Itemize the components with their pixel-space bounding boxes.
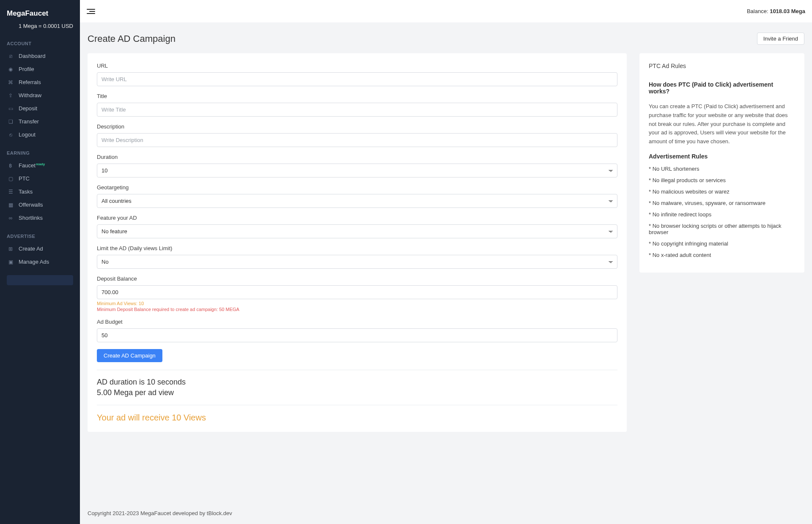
sidebar-item-logout[interactable]: ⎋ Logout: [0, 128, 80, 141]
link-icon: ∞: [8, 215, 14, 221]
page-title: Create AD Campaign: [88, 33, 176, 44]
sidebar-item-transfer[interactable]: ❏ Transfer: [0, 115, 80, 128]
rule-item: * No malicious websites or warez: [649, 188, 795, 195]
rule-item: * No x-rated adult content: [649, 252, 795, 258]
sidebar-item-label: PTC: [19, 175, 30, 182]
squares-icon: ▣: [8, 259, 14, 265]
sidebar-item-label: Profile: [19, 66, 34, 72]
sidebar-item-label: Manage Ads: [19, 259, 49, 265]
sidebar-heading-advertise: ADVERTISE: [0, 230, 80, 242]
sidebar-item-faucet[interactable]: ฿ Faucetready: [0, 159, 80, 172]
rule-item: * No copyright infringing material: [649, 240, 795, 247]
sidebar: MegaFaucet 1 Mega = 0.0001 USD ACCOUNT ⎚…: [0, 0, 80, 524]
sidebar-item-dashboard[interactable]: ⎚ Dashboard: [0, 49, 80, 63]
menu-toggle-icon[interactable]: [87, 9, 95, 14]
rules-subtitle: Advertisement Rules: [649, 153, 795, 160]
duration-label: Duration: [97, 154, 617, 160]
balance-display: Balance: 1018.03 Mega: [747, 8, 805, 14]
ad-icon: ▢: [8, 176, 14, 182]
upload-icon: ⇪: [8, 93, 14, 98]
rule-item: * No URL shorteners: [649, 166, 795, 172]
ready-badge: ready: [36, 162, 45, 166]
duration-select[interactable]: 10: [97, 164, 617, 177]
sidebar-item-label: Tasks: [19, 188, 33, 195]
budget-input[interactable]: [97, 328, 617, 342]
logout-icon: ⎋: [8, 132, 14, 138]
sidebar-item-profile[interactable]: ◉ Profile: [0, 63, 80, 76]
ptc-rules-card: PTC Ad Rules How does PTC (Paid to Click…: [639, 53, 804, 273]
rules-heading: PTC Ad Rules: [649, 63, 795, 69]
sidebar-item-create-ad[interactable]: ⊞ Create Ad: [0, 242, 80, 255]
list-icon: ☰: [8, 189, 14, 195]
grid-icon: ▦: [8, 202, 14, 208]
invite-friend-button[interactable]: Invite a Friend: [757, 33, 804, 45]
plus-square-icon: ⊞: [8, 246, 14, 252]
sidebar-item-shortlinks[interactable]: ∞ Shortlinks: [0, 211, 80, 224]
feature-select[interactable]: No feature: [97, 224, 617, 238]
sidebar-placeholder-box: [7, 275, 73, 285]
description-label: Description: [97, 123, 617, 130]
sidebar-item-ptc[interactable]: ▢ PTC: [0, 172, 80, 185]
description-input[interactable]: [97, 133, 617, 147]
feature-label: Feature your AD: [97, 215, 617, 221]
hint-min-deposit: Minimum Deposit Balance required to crea…: [97, 307, 617, 312]
limit-select[interactable]: No: [97, 255, 617, 269]
sidebar-item-offerwalls[interactable]: ▦ Offerwalls: [0, 198, 80, 211]
sliders-icon: ⎚: [8, 53, 14, 59]
sidebar-item-label: Deposit: [19, 105, 37, 112]
exchange-rate: 1 Mega = 0.0001 USD: [0, 21, 80, 38]
sitemap-icon: ⌘: [8, 79, 14, 85]
sidebar-item-label: Logout: [19, 131, 36, 138]
summary-duration: AD duration is 10 seconds: [97, 378, 617, 387]
sidebar-item-deposit[interactable]: ▭ Deposit: [0, 102, 80, 115]
sidebar-item-withdraw[interactable]: ⇪ Withdraw: [0, 89, 80, 102]
deposit-label: Deposit Balance: [97, 276, 617, 282]
sidebar-item-label: Create Ad: [19, 246, 43, 252]
limit-label: Limit the AD (Daily views Limit): [97, 245, 617, 251]
deposit-input[interactable]: [97, 285, 617, 299]
summary-views: Your ad will receive 10 Views: [97, 413, 617, 423]
main: Balance: 1018.03 Mega Create AD Campaign…: [80, 0, 812, 524]
title-input[interactable]: [97, 103, 617, 117]
rule-item: * No infinite redirect loops: [649, 211, 795, 218]
sidebar-item-label: Faucetready: [19, 162, 45, 169]
sidebar-item-label: Withdraw: [19, 92, 41, 98]
create-ad-submit-button[interactable]: Create AD Campaign: [97, 349, 162, 362]
rules-paragraph: You can create a PTC (Paid to Click) adv…: [649, 102, 795, 146]
rules-list: * No URL shorteners * No illegal product…: [649, 166, 795, 258]
bitcoin-icon: ฿: [8, 163, 14, 169]
rules-question: How does PTC (Paid to Click) advertiseme…: [649, 81, 795, 95]
url-input[interactable]: [97, 72, 617, 86]
rule-item: * No browser locking scripts or other at…: [649, 223, 795, 235]
sidebar-heading-account: ACCOUNT: [0, 38, 80, 49]
hint-min-views: Minimum Ad Views: 10: [97, 301, 617, 306]
sidebar-heading-earning: EARNING: [0, 147, 80, 159]
create-ad-form-card: URL Title Description Duration 10: [88, 53, 627, 432]
sidebar-item-tasks[interactable]: ☰ Tasks: [0, 185, 80, 198]
brand-logo: MegaFaucet: [0, 6, 80, 21]
url-label: URL: [97, 63, 617, 69]
title-label: Title: [97, 93, 617, 99]
sidebar-item-label: Referrals: [19, 79, 41, 85]
tag-icon: ❏: [8, 119, 14, 125]
sidebar-item-manage-ads[interactable]: ▣ Manage Ads: [0, 255, 80, 268]
rule-item: * No illegal products or services: [649, 177, 795, 183]
sidebar-item-label: Shortlinks: [19, 215, 43, 221]
budget-label: Ad Budget: [97, 319, 617, 325]
rule-item: * No malware, viruses, spyware, or ranso…: [649, 200, 795, 206]
geo-label: Geotargeting: [97, 184, 617, 191]
sidebar-item-label: Transfer: [19, 118, 39, 125]
footer-copyright: Copyright 2021-2023 MegaFaucet developed…: [80, 502, 812, 524]
sidebar-item-label: Offerwalls: [19, 202, 43, 208]
summary-rate: 5.00 Mega per ad view: [97, 388, 617, 397]
geo-select[interactable]: All countries: [97, 194, 617, 208]
wallet-icon: ▭: [8, 106, 14, 112]
sidebar-item-referrals[interactable]: ⌘ Referrals: [0, 76, 80, 89]
sidebar-item-label: Dashboard: [19, 53, 46, 59]
topbar: Balance: 1018.03 Mega: [80, 0, 812, 22]
user-icon: ◉: [8, 66, 14, 72]
